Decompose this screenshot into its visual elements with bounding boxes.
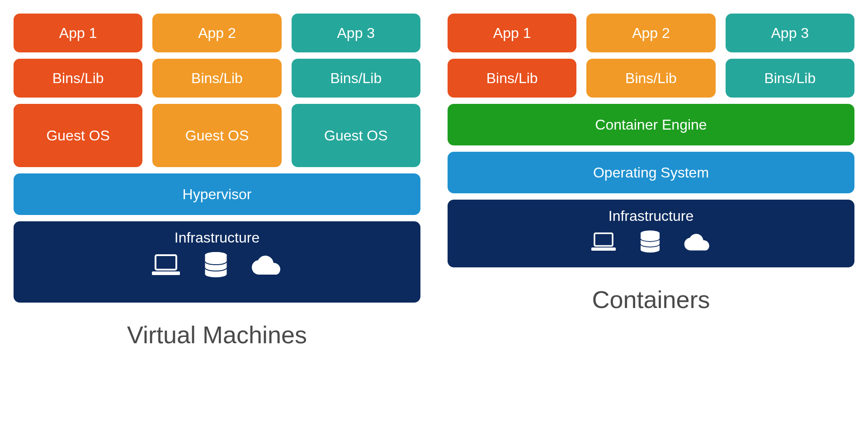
ct-os: Operating System bbox=[448, 152, 854, 193]
vm-bins-row: Bins/Lib Bins/Lib Bins/Lib bbox=[14, 59, 420, 98]
database-icon bbox=[203, 252, 228, 280]
vm-hypervisor: Hypervisor bbox=[14, 173, 420, 215]
vm-guest-2: Guest OS bbox=[152, 104, 281, 167]
ct-engine: Container Engine bbox=[448, 104, 854, 145]
svg-point-3 bbox=[205, 252, 227, 258]
svg-rect-5 bbox=[591, 247, 616, 250]
ct-apps-row: App 1 App 2 App 3 bbox=[448, 14, 854, 52]
vm-bins-3: Bins/Lib bbox=[292, 59, 420, 98]
cloud-icon bbox=[683, 233, 712, 252]
ct-bins-3: Bins/Lib bbox=[726, 59, 854, 98]
vm-guest-3: Guest OS bbox=[292, 104, 420, 167]
svg-rect-4 bbox=[594, 233, 613, 246]
vm-app-1: App 1 bbox=[14, 14, 142, 52]
vm-guest-row: Guest OS Guest OS Guest OS bbox=[14, 104, 420, 167]
ct-app-1: App 1 bbox=[448, 14, 576, 52]
vm-app-3: App 3 bbox=[292, 14, 420, 52]
vm-apps-row: App 1 App 2 App 3 bbox=[14, 14, 420, 52]
vm-infrastructure: Infrastructure bbox=[14, 221, 420, 303]
ct-app-2: App 2 bbox=[586, 14, 715, 52]
svg-rect-0 bbox=[156, 255, 176, 270]
ct-bins-1: Bins/Lib bbox=[448, 59, 576, 98]
vm-infrastructure-label: Infrastructure bbox=[175, 229, 260, 246]
vm-guest-1: Guest OS bbox=[14, 104, 142, 167]
ct-infra-icons bbox=[590, 230, 712, 255]
vm-stack: App 1 App 2 App 3 Bins/Lib Bins/Lib Bins… bbox=[14, 14, 420, 349]
ct-infrastructure: Infrastructure bbox=[448, 200, 854, 267]
svg-rect-1 bbox=[152, 271, 180, 275]
database-icon bbox=[639, 230, 661, 255]
ct-bins-row: Bins/Lib Bins/Lib Bins/Lib bbox=[448, 59, 854, 98]
vm-bins-1: Bins/Lib bbox=[14, 59, 142, 98]
vm-app-2: App 2 bbox=[152, 14, 281, 52]
cloud-icon bbox=[250, 255, 284, 276]
diagram-columns: App 1 App 2 App 3 Bins/Lib Bins/Lib Bins… bbox=[14, 14, 854, 434]
ct-app-3: App 3 bbox=[726, 14, 854, 52]
ct-infrastructure-label: Infrastructure bbox=[609, 208, 694, 224]
laptop-icon bbox=[590, 232, 618, 253]
laptop-icon bbox=[150, 253, 182, 278]
ct-stack: App 1 App 2 App 3 Bins/Lib Bins/Lib Bins… bbox=[448, 14, 854, 313]
vm-infra-icons bbox=[150, 252, 284, 280]
vm-caption: Virtual Machines bbox=[14, 321, 420, 349]
vm-bins-2: Bins/Lib bbox=[152, 59, 281, 98]
ct-bins-2: Bins/Lib bbox=[586, 59, 715, 98]
ct-caption: Containers bbox=[448, 285, 854, 313]
